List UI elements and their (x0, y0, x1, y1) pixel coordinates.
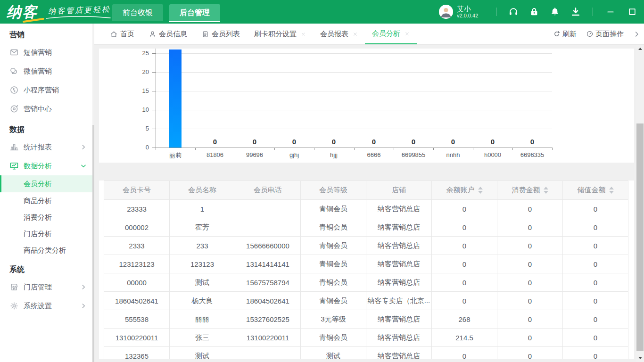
sidebar-subitem-商品分类分析[interactable]: 商品分类分析 (0, 242, 94, 258)
sort-desc-icon[interactable] (544, 191, 548, 194)
x-axis-tick (235, 148, 235, 150)
tab-首页[interactable]: 首页 (103, 24, 141, 44)
lock-icon[interactable] (529, 7, 539, 17)
refresh-button[interactable]: 刷新 (553, 30, 577, 39)
table-cell: 纳客营销总店 (366, 310, 432, 329)
table-cell: 23333 (104, 200, 170, 218)
sort-arrows[interactable] (609, 187, 614, 194)
tab-会员列表[interactable]: 会员列表 (194, 24, 247, 44)
chart-bar-丽莉[interactable] (169, 49, 182, 148)
minimize-button[interactable] (606, 7, 615, 16)
tab-label: 刷卡积分设置 (254, 30, 297, 39)
vertical-scrollbar[interactable] (636, 45, 644, 362)
sidebar-item-数据分析[interactable]: 数据分析 (0, 156, 94, 175)
close-tab-icon[interactable] (353, 32, 358, 37)
bell-icon[interactable] (550, 7, 560, 17)
table-row[interactable]: 13100220011张三13100220011青铜会员纳客营销总店214.50… (104, 329, 628, 347)
table-cell: 0 (563, 200, 628, 218)
table-cell: 1 (170, 200, 235, 218)
sidebar-item-短信营销[interactable]: 短信营销 (0, 43, 94, 62)
sort-asc-icon[interactable] (544, 187, 548, 189)
column-header-会员等级: 会员等级 (301, 181, 366, 200)
tab-刷卡积分设置[interactable]: 刷卡积分设置 (247, 24, 313, 44)
column-header-label: 会员名称 (188, 186, 216, 195)
table-row[interactable]: 233331青铜会员纳客营销总店000 (104, 200, 628, 218)
table-row[interactable]: 132365测试测试纳客营销总店000 (104, 347, 628, 360)
scroll-up-arrow[interactable] (636, 45, 644, 53)
table-cell: 0 (563, 292, 628, 310)
close-tab-icon[interactable] (301, 32, 306, 37)
header-right: 艾小 v2.0.0.42 (439, 0, 644, 24)
header-nav-tab-1[interactable]: 后台管理 (169, 4, 220, 22)
tab-会员分析[interactable]: 会员分析 (365, 24, 417, 44)
header-divider (496, 8, 496, 16)
column-header-label: 店铺 (392, 186, 406, 195)
table-cell: 13141414141 (235, 255, 301, 273)
table-cell: 纳客营销总店 (366, 329, 432, 347)
sidebar-item-小程序营销[interactable]: 小程序营销 (0, 81, 94, 99)
column-header-余额账户[interactable]: 余额账户 (432, 181, 497, 200)
y-axis-tick (152, 53, 156, 54)
user-meta[interactable]: 艾小 v2.0.0.42 (457, 5, 478, 19)
table-row[interactable]: 000002霍芳青铜会员纳客营销总店000 (104, 218, 628, 237)
sidebar-subitem-会员分析[interactable]: 会员分析 (0, 175, 94, 192)
sort-arrows[interactable] (544, 187, 548, 194)
maximize-button[interactable] (627, 7, 637, 16)
scrollbar-thumb[interactable] (636, 123, 644, 351)
column-header-label: 储值金额 (578, 186, 606, 195)
table-row[interactable]: 233323315666660000青铜会员纳客营销总店000 (104, 237, 628, 255)
table-cell: 青铜会员 (301, 218, 366, 237)
sidebar-item-营销中心[interactable]: 营销中心 (0, 99, 94, 118)
y-axis-label: 5 (128, 125, 149, 132)
sidebar-item-label: 微信营销 (24, 67, 52, 76)
table-cell: 15675758794 (235, 273, 301, 292)
table-cell: 青铜会员 (301, 255, 366, 273)
column-header-消费金额[interactable]: 消费金额 (497, 181, 563, 200)
table-row[interactable]: 00000测试15675758794青铜会员纳客营销总店000 (104, 273, 628, 292)
sort-desc-icon[interactable] (609, 191, 614, 194)
table-cell: 15666660000 (235, 237, 301, 255)
chevron-right-icon[interactable] (633, 31, 640, 38)
sidebar-scroll-thumb[interactable] (92, 125, 94, 362)
sidebar-item-label: 小程序营销 (24, 86, 59, 95)
sidebar-subitem-门店分析[interactable]: 门店分析 (0, 225, 94, 242)
column-header-储值金额[interactable]: 储值金额 (563, 181, 628, 200)
wechat-icon (9, 66, 19, 76)
page-ops-button[interactable]: 页面操作 (586, 30, 624, 39)
x-category-label: 6699855 (392, 151, 435, 158)
table-cell: 0 (432, 255, 497, 273)
table-row[interactable]: 18604502641杨大良18604502641青铜会员纳客专卖店（北京...… (104, 292, 628, 310)
download-icon[interactable] (570, 7, 581, 17)
sidebar-subitem-商品分析[interactable]: 商品分析 (0, 192, 94, 209)
tab-会员信息[interactable]: 会员信息 (141, 24, 194, 44)
sort-asc-icon[interactable] (609, 187, 614, 189)
table-cell: 0 (432, 273, 497, 292)
close-tab-icon[interactable] (405, 31, 410, 36)
page-tabbar: 首页会员信息会员列表刷卡积分设置会员报表会员分析 刷新 页面操作 (94, 24, 644, 45)
sort-asc-icon[interactable] (478, 187, 483, 189)
table-cell: 纳客营销总店 (366, 347, 432, 360)
table-cell: 测试 (170, 347, 235, 360)
headset-icon[interactable] (508, 7, 519, 17)
sidebar-subitem-消费分析[interactable]: 消费分析 (0, 209, 94, 225)
monitor-icon (9, 161, 19, 171)
avatar[interactable] (439, 5, 453, 19)
header-nav-tab-0[interactable]: 前台收银 (112, 4, 163, 21)
table-cell: 青铜会员 (301, 237, 366, 255)
table-cell: 214.5 (432, 329, 497, 347)
triangle-up-icon (638, 48, 642, 50)
scroll-down-arrow[interactable] (636, 354, 644, 362)
tab-会员报表[interactable]: 会员报表 (313, 24, 365, 44)
sidebar-item-微信营销[interactable]: 微信营销 (0, 62, 94, 81)
sort-arrows[interactable] (478, 187, 483, 194)
sort-desc-icon[interactable] (478, 191, 483, 194)
table-cell: 268 (432, 310, 497, 329)
x-axis-tick (195, 148, 196, 150)
header-nav: 前台收银后台管理 (112, 4, 220, 24)
table-cell: 0 (497, 310, 563, 329)
table-row[interactable]: 12312312312312313141414141青铜会员纳客营销总店000 (104, 255, 628, 273)
sidebar-item-门店管理[interactable]: 门店管理 (0, 278, 94, 296)
table-row[interactable]: 555538丽丽153276025253元等级纳客营销总店26800 (104, 310, 628, 329)
sidebar-item-系统设置[interactable]: 系统设置 (0, 296, 94, 315)
sidebar-item-统计报表[interactable]: 统计报表 (0, 138, 94, 156)
